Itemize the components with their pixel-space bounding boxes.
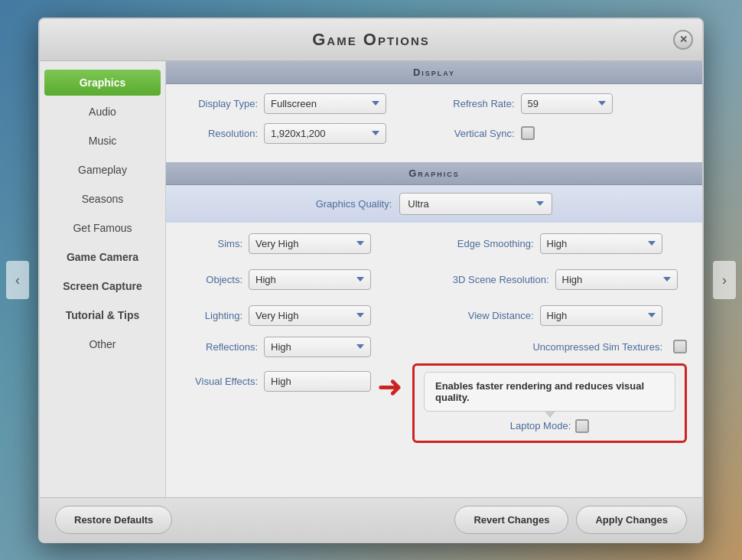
laptop-mode-row: Laptop Mode: bbox=[424, 419, 675, 433]
vertical-sync-checkbox[interactable] bbox=[521, 126, 535, 140]
game-options-dialog: Game Options ✕ Graphics Audio Music Game… bbox=[38, 18, 704, 543]
uncompressed-checkbox[interactable] bbox=[673, 340, 687, 353]
restore-defaults-button[interactable]: Restore Defaults bbox=[55, 506, 172, 534]
sidebar-item-screen-capture[interactable]: Screen Capture bbox=[44, 273, 161, 299]
display-type-label: Display Type: bbox=[181, 98, 258, 109]
dialog-title: Game Options bbox=[312, 30, 430, 49]
display-settings: Display Type: Fullscreen Refresh Rate: 5… bbox=[166, 84, 702, 162]
refresh-rate-dropdown[interactable]: 59 bbox=[521, 93, 613, 114]
sidebar-item-seasons[interactable]: Seasons bbox=[44, 186, 161, 212]
display-type-dropdown[interactable]: Fullscreen bbox=[264, 93, 386, 114]
sidebar-item-music[interactable]: Music bbox=[44, 128, 161, 154]
objects-col: Objects: High bbox=[181, 269, 427, 290]
dropdown-arrow-icon bbox=[663, 277, 671, 282]
sidebar-item-graphics[interactable]: Graphics bbox=[44, 70, 161, 96]
graphics-quality-dropdown[interactable]: Ultra bbox=[399, 193, 552, 215]
graphics-quality-row: Graphics Quality: Ultra bbox=[166, 185, 702, 223]
display-section-header: Display bbox=[166, 61, 702, 84]
sidebar-item-other[interactable]: Other bbox=[44, 331, 161, 357]
reflections-label: Reflections: bbox=[181, 341, 258, 353]
edge-smoothing-col: Edge Smoothing: High bbox=[442, 233, 688, 254]
sidebar-item-game-camera[interactable]: Game Camera bbox=[44, 244, 161, 270]
refresh-rate-col: Refresh Rate: 59 bbox=[438, 93, 688, 114]
sims-edge-row: Sims: Very High Edge Smoothing: High bbox=[166, 226, 702, 262]
dropdown-arrow-icon bbox=[372, 101, 379, 106]
vertical-sync-col: Vertical Sync: bbox=[438, 126, 688, 140]
objects-label: Objects: bbox=[181, 274, 242, 285]
dropdown-arrow-icon bbox=[372, 131, 379, 135]
view-distance-dropdown[interactable]: High bbox=[540, 305, 662, 326]
view-distance-label: View Distance: bbox=[442, 310, 534, 321]
visual-effects-label: Visual Effects: bbox=[181, 376, 258, 387]
right-arrow-icon: › bbox=[722, 272, 727, 288]
close-button[interactable]: ✕ bbox=[673, 30, 693, 50]
sidebar: Graphics Audio Music Gameplay Seasons Ge… bbox=[40, 61, 166, 497]
laptop-mode-checkbox[interactable] bbox=[575, 419, 589, 433]
apply-changes-button[interactable]: Apply Changes bbox=[576, 506, 687, 534]
display-type-col: Display Type: Fullscreen bbox=[181, 93, 431, 114]
annotation-box: Enables faster rendering and reduces vis… bbox=[412, 363, 687, 443]
lighting-viewdist-row: Lighting: Very High View Distance: High bbox=[166, 298, 702, 334]
content-area: Display Display Type: Fullscreen Refresh… bbox=[166, 61, 702, 497]
scene-resolution-dropdown[interactable]: High bbox=[555, 269, 678, 290]
edge-smoothing-dropdown[interactable]: High bbox=[540, 233, 662, 254]
graphics-section-header: Graphics bbox=[166, 162, 702, 185]
dropdown-arrow-icon bbox=[356, 344, 364, 349]
objects-dropdown[interactable]: High bbox=[249, 269, 371, 290]
visual-effects-dropdown[interactable]: High bbox=[264, 371, 371, 392]
reflections-col: Reflections: High bbox=[181, 337, 431, 357]
display-type-row: Display Type: Fullscreen Refresh Rate: 5… bbox=[181, 93, 687, 114]
edge-smoothing-label: Edge Smoothing: bbox=[442, 238, 534, 249]
refresh-rate-label: Refresh Rate: bbox=[438, 98, 515, 109]
sidebar-item-audio[interactable]: Audio bbox=[44, 99, 161, 125]
sidebar-item-gameplay[interactable]: Gameplay bbox=[44, 157, 161, 183]
revert-changes-button[interactable]: Revert Changes bbox=[454, 506, 568, 534]
visual-effects-area: Visual Effects: High ➜ Enables faster re… bbox=[166, 360, 702, 449]
laptop-mode-label: Laptop Mode: bbox=[510, 420, 571, 431]
left-arrow-icon: ‹ bbox=[15, 272, 20, 288]
dialog-body: Graphics Audio Music Gameplay Seasons Ge… bbox=[40, 61, 702, 497]
tooltip-bubble: Enables faster rendering and reduces vis… bbox=[424, 372, 675, 412]
graphics-quality-label: Graphics Quality: bbox=[316, 198, 392, 210]
dropdown-arrow-icon bbox=[598, 101, 606, 106]
nav-arrow-left[interactable]: ‹ bbox=[6, 261, 29, 299]
resolution-dropdown[interactable]: 1,920x1,200 bbox=[264, 123, 386, 144]
dialog-title-bar: Game Options ✕ bbox=[40, 19, 702, 61]
uncompressed-col: Uncompressed Sim Textures: bbox=[438, 340, 688, 353]
sims-label: Sims: bbox=[181, 238, 242, 249]
dropdown-arrow-icon bbox=[356, 241, 364, 246]
dropdown-arrow-icon bbox=[648, 241, 656, 246]
lighting-label: Lighting: bbox=[181, 310, 242, 321]
sims-col: Sims: Very High bbox=[181, 233, 427, 254]
objects-scene-row: Objects: High 3D Scene Resolution: High bbox=[166, 262, 702, 298]
dialog-footer: Restore Defaults Revert Changes Apply Ch… bbox=[40, 497, 702, 542]
resolution-row: Resolution: 1,920x1,200 Vertical Sync: bbox=[181, 123, 687, 144]
lighting-dropdown[interactable]: Very High bbox=[249, 305, 371, 326]
uncompressed-label: Uncompressed Sim Textures: bbox=[532, 341, 662, 353]
nav-arrow-right[interactable]: › bbox=[713, 261, 736, 299]
resolution-col: Resolution: 1,920x1,200 bbox=[181, 123, 431, 144]
reflections-dropdown[interactable]: High bbox=[264, 337, 371, 357]
lighting-col: Lighting: Very High bbox=[181, 305, 427, 326]
tooltip-tail-icon bbox=[545, 411, 555, 418]
dropdown-arrow-icon bbox=[648, 313, 656, 317]
visual-effects-col: Visual Effects: High bbox=[181, 371, 371, 392]
reflections-uncompressed-row: Reflections: High Uncompressed Sim Textu… bbox=[166, 334, 702, 360]
scene-resolution-label: 3D Scene Resolution: bbox=[442, 274, 549, 285]
view-distance-col: View Distance: High bbox=[442, 305, 688, 326]
dropdown-arrow-icon bbox=[356, 277, 364, 282]
sidebar-item-tutorial-tips[interactable]: Tutorial & Tips bbox=[44, 302, 161, 328]
scene-resolution-col: 3D Scene Resolution: High bbox=[442, 269, 688, 290]
sidebar-item-get-famous[interactable]: Get Famous bbox=[44, 215, 161, 241]
resolution-label: Resolution: bbox=[181, 128, 258, 139]
dropdown-arrow-icon bbox=[356, 313, 364, 317]
dropdown-arrow-icon bbox=[536, 201, 544, 206]
vertical-sync-label: Vertical Sync: bbox=[438, 128, 515, 139]
sims-dropdown[interactable]: Very High bbox=[249, 233, 371, 254]
annotation-arrow: ➜ bbox=[377, 371, 406, 402]
